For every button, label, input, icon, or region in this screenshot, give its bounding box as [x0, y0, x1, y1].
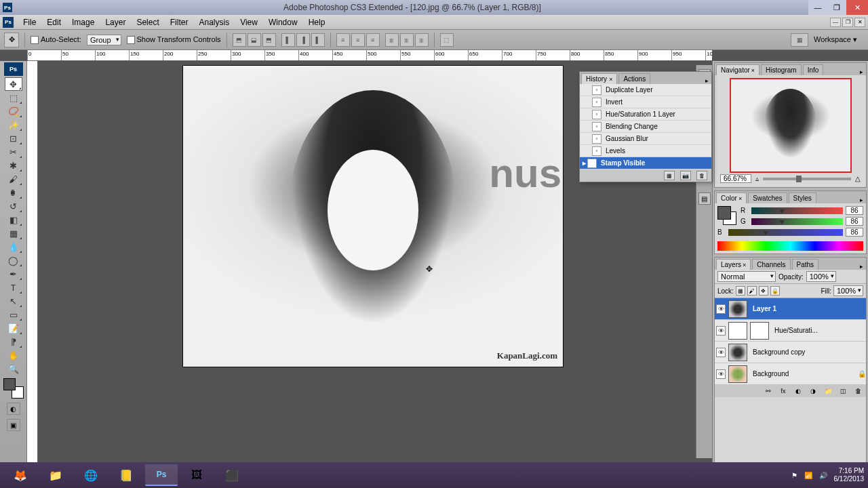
taskbar-firefox[interactable]: 🦊 — [4, 464, 37, 486]
lock-transparency[interactable]: ▦ — [736, 286, 745, 296]
delete-state-icon[interactable]: 🗑 — [696, 171, 707, 180]
notes-tool[interactable]: 📝 — [5, 321, 22, 335]
panel-menu-icon[interactable]: ▸ — [856, 68, 866, 75]
auto-select-dropdown[interactable]: Group — [87, 35, 121, 45]
tab-actions[interactable]: Actions — [618, 73, 650, 84]
menu-file[interactable]: File — [18, 16, 41, 28]
b-input[interactable]: 86 — [846, 228, 863, 237]
fg-color-swatch[interactable] — [717, 206, 731, 220]
foreground-color[interactable] — [3, 378, 16, 390]
dock-layer-comps-icon[interactable]: ▤ — [698, 192, 711, 205]
eraser-tool[interactable]: ◧ — [5, 213, 22, 226]
panel-menu-icon[interactable]: ▸ — [856, 197, 866, 203]
dodge-tool[interactable]: ◯ — [5, 253, 22, 267]
delete-layer-icon[interactable]: 🗑 — [852, 386, 863, 396]
quick-mask-toggle[interactable]: ◐ — [7, 403, 20, 415]
zoom-slider[interactable] — [763, 178, 851, 180]
layer-row[interactable]: 👁Hue/Saturati... — [715, 320, 866, 342]
tab-swatches[interactable]: Swatches — [748, 192, 787, 203]
zoom-in-icon[interactable]: △ — [855, 175, 861, 182]
fill-input[interactable]: 100% — [833, 285, 863, 296]
history-item[interactable]: ▫Levels — [580, 145, 711, 157]
color-ramp[interactable] — [717, 241, 863, 251]
layer-row[interactable]: 👁Background copy — [715, 342, 866, 363]
hand-tool[interactable]: ✋ — [5, 348, 22, 362]
gradient-tool[interactable]: ▦ — [5, 226, 22, 240]
layer-row[interactable]: 👁Background🔒 — [715, 363, 866, 385]
menu-edit[interactable]: Edit — [41, 16, 66, 28]
align-left[interactable]: ▌ — [281, 33, 295, 47]
align-hcenter[interactable]: ▐ — [296, 33, 310, 47]
layer-mask-thumbnail[interactable] — [750, 322, 769, 340]
crop-tool[interactable]: ⊡ — [5, 131, 22, 145]
history-item[interactable]: ▸▫Stamp Visible — [580, 157, 711, 169]
history-item[interactable]: ▫Hue/Saturation 1 Layer — [580, 108, 711, 121]
dist-right[interactable]: ⫼ — [415, 33, 429, 47]
type-tool[interactable]: T — [5, 281, 22, 294]
menu-view[interactable]: View — [235, 16, 263, 28]
blend-mode-dropdown[interactable]: Normal — [717, 271, 776, 282]
link-layers-icon[interactable]: ⚯ — [763, 386, 774, 396]
tab-color[interactable]: Color× — [716, 192, 747, 203]
tray-volume-icon[interactable]: 🔊 — [819, 472, 827, 479]
layer-style-icon[interactable]: fx — [778, 386, 789, 396]
zoom-value-input[interactable]: 66.67% — [720, 174, 751, 183]
new-doc-from-state-icon[interactable]: ▦ — [664, 171, 675, 180]
auto-align[interactable]: ⬚ — [440, 33, 454, 47]
tab-styles[interactable]: Styles — [789, 192, 816, 203]
ps-menu-icon[interactable]: Ps — [3, 17, 14, 28]
tab-navigator[interactable]: Navigator× — [716, 64, 760, 75]
doc-restore[interactable]: ❐ — [842, 18, 853, 27]
g-slider[interactable] — [751, 218, 843, 225]
stamp-tool[interactable]: ⧯ — [5, 186, 22, 199]
dist-bottom[interactable]: ≡ — [366, 33, 380, 47]
menu-analysis[interactable]: Analysis — [193, 16, 235, 28]
tray-network-icon[interactable]: 📶 — [804, 472, 812, 479]
layer-thumbnail[interactable] — [728, 300, 747, 318]
move-tool-indicator[interactable]: ✥ — [4, 33, 19, 47]
tab-info[interactable]: Info — [803, 64, 824, 75]
r-slider[interactable] — [751, 207, 843, 214]
show-transform-checkbox[interactable]: Show Transform Controls — [127, 35, 221, 44]
minimize-button[interactable]: — — [808, 0, 827, 15]
align-right[interactable]: ▌ — [311, 33, 325, 47]
tab-histogram[interactable]: Histogram — [761, 64, 802, 75]
align-top[interactable]: ⬒ — [233, 33, 246, 47]
marquee-tool[interactable]: ⬚ — [5, 91, 22, 104]
visibility-toggle[interactable]: 👁 — [716, 326, 726, 336]
workspace-dropdown[interactable]: Workspace ▾ — [814, 35, 857, 44]
adjustment-layer-icon[interactable]: ◑ — [808, 386, 818, 396]
history-item[interactable]: ▫Invert — [580, 96, 711, 108]
blur-tool[interactable]: 💧 — [5, 240, 22, 253]
heal-tool[interactable]: ✱ — [5, 159, 22, 172]
visibility-toggle[interactable]: 👁 — [716, 348, 726, 357]
doc-minimize[interactable]: — — [830, 18, 841, 27]
taskbar-chrome[interactable]: 🌐 — [75, 464, 107, 486]
new-layer-icon[interactable]: ◫ — [837, 386, 848, 396]
r-input[interactable]: 86 — [846, 206, 863, 215]
visibility-toggle[interactable]: 👁 — [716, 369, 726, 379]
lock-position[interactable]: ✥ — [759, 286, 768, 296]
taskbar-photos[interactable]: 🖼 — [180, 464, 213, 486]
slice-tool[interactable]: ✂ — [5, 145, 22, 159]
layer-thumbnail[interactable] — [728, 322, 747, 340]
doc-close[interactable]: ✕ — [854, 18, 865, 27]
close-button[interactable]: ✕ — [846, 0, 868, 15]
history-brush-tool[interactable]: ↺ — [5, 199, 22, 213]
history-item[interactable]: ▫Gaussian Blur — [580, 133, 711, 145]
menu-layer[interactable]: Layer — [100, 16, 131, 28]
zoom-tool[interactable]: 🔍 — [5, 362, 22, 375]
layer-thumbnail[interactable] — [728, 365, 747, 383]
layer-name[interactable]: Background — [750, 370, 855, 378]
new-snapshot-icon[interactable]: 📷 — [680, 171, 691, 180]
zoom-out-icon[interactable]: ▵ — [755, 175, 759, 182]
opacity-input[interactable]: 100% — [806, 271, 836, 282]
layer-mask-icon[interactable]: ◐ — [793, 386, 804, 396]
layer-name[interactable]: Layer 1 — [750, 305, 866, 312]
b-slider[interactable] — [728, 229, 843, 236]
tab-history[interactable]: History× — [581, 73, 617, 84]
panel-menu-icon[interactable]: ▸ — [702, 77, 711, 84]
dist-hcenter[interactable]: ⫼ — [400, 33, 414, 47]
navigator-thumbnail[interactable] — [730, 78, 852, 173]
menu-window[interactable]: Window — [263, 16, 303, 28]
